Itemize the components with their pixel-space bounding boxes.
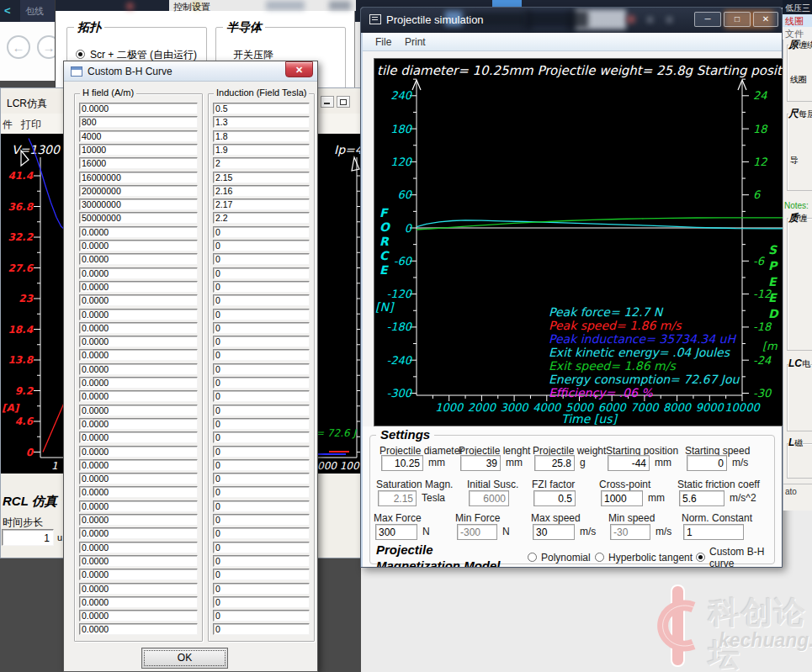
setting-input[interactable]: 6000 — [469, 490, 509, 506]
h-field-value[interactable]: 0.0000 — [79, 294, 198, 306]
projectile-title-bar[interactable]: Projectile simulation ─ □ ✕ — [361, 8, 782, 33]
h-field-value[interactable]: 20000000 — [79, 185, 198, 197]
b-field-value[interactable]: 0 — [213, 446, 310, 458]
h-field-value[interactable]: 0.0000 — [79, 322, 198, 334]
b-field-value[interactable]: 2.2 — [213, 212, 310, 224]
h-field-value[interactable]: 0.0000 — [79, 555, 198, 567]
h-field-value[interactable]: 0.0000 — [79, 583, 198, 595]
menu-file[interactable]: File — [375, 36, 391, 48]
minimize-icon[interactable]: ─ — [694, 12, 721, 27]
b-field-value[interactable]: 1.8 — [213, 130, 310, 142]
h-field-value[interactable]: 10000 — [79, 144, 198, 156]
h-field-value[interactable]: 0.0000 — [79, 542, 198, 553]
polynomial-radio-icon[interactable] — [528, 553, 537, 562]
b-field-value[interactable]: 0.5 — [213, 103, 310, 114]
h-field-value[interactable]: 0.0000 — [79, 309, 198, 320]
setting-input[interactable]: 39 — [460, 455, 501, 471]
b-field-value[interactable]: 0 — [213, 623, 310, 635]
setting-input[interactable]: 1 — [683, 524, 744, 540]
h-field-value[interactable]: 0.0000 — [79, 281, 198, 293]
setting-input[interactable]: 2.15 — [378, 490, 417, 506]
setting-input[interactable]: -30 — [610, 524, 650, 540]
chevron-left-icon[interactable]: < — [4, 4, 11, 17]
b-field-value[interactable]: 1.9 — [213, 144, 310, 156]
setting-input[interactable]: 25.8 — [534, 455, 575, 471]
b-field-value[interactable]: 0 — [213, 377, 310, 389]
maximize-icon[interactable]: □ — [724, 12, 751, 27]
h-field-value[interactable]: 0.0000 — [79, 377, 198, 389]
h-field-value[interactable]: 0.0000 — [79, 363, 198, 375]
menu-print[interactable]: Print — [405, 36, 426, 48]
h-field-value[interactable]: 0.0000 — [79, 336, 198, 347]
b-field-value[interactable]: 0 — [213, 294, 310, 306]
b-field-value[interactable]: 0 — [213, 390, 310, 402]
lcr-menu-print[interactable]: 打印 — [21, 118, 41, 132]
close-icon[interactable]: ✕ — [753, 12, 778, 27]
setting-input[interactable]: 0.5 — [533, 490, 576, 506]
timestep-input[interactable]: 1 — [2, 529, 54, 546]
close-icon[interactable]: ✕ — [285, 61, 313, 77]
custom-bh-radio-icon[interactable] — [696, 553, 705, 562]
setting-input[interactable]: 30 — [533, 524, 575, 540]
b-field-value[interactable]: 0 — [213, 253, 310, 265]
h-field-value[interactable]: 0.0000 — [79, 527, 198, 539]
b-field-value[interactable]: 0 — [213, 309, 310, 320]
b-field-value[interactable]: 0 — [213, 583, 310, 595]
b-field-value[interactable]: 2.16 — [213, 185, 310, 197]
b-field-value[interactable]: 0 — [213, 542, 310, 553]
b-field-value[interactable]: 0 — [213, 459, 310, 471]
custom-bh-radio-label[interactable]: Custom B-H curve — [709, 546, 765, 569]
b-field-value[interactable]: 0 — [213, 486, 310, 498]
b-field-value[interactable]: 0 — [213, 555, 310, 567]
b-field-value[interactable]: 0 — [213, 336, 310, 347]
h-field-value[interactable]: 30000000 — [79, 198, 198, 210]
b-field-value[interactable]: 2.17 — [213, 198, 310, 210]
h-field-value[interactable]: 0.0000 — [79, 610, 198, 622]
b-field-value[interactable]: 0 — [213, 527, 310, 539]
browser-active-tab[interactable] — [492, 0, 522, 7]
h-field-value[interactable]: 0.0000 — [79, 514, 198, 526]
b-field-value[interactable]: 0 — [213, 226, 310, 238]
bh-dialog-title-bar[interactable]: Custom B-H Curve ✕ — [64, 61, 317, 82]
h-field-value[interactable]: 0.0000 — [79, 569, 198, 580]
setting-input[interactable]: 10.25 — [381, 455, 423, 471]
h-field-value[interactable]: 0.0000 — [79, 103, 198, 114]
h-field-value[interactable]: 0.0000 — [79, 253, 198, 265]
b-field-value[interactable]: 0 — [213, 240, 310, 251]
b-field-value[interactable]: 1.3 — [213, 116, 310, 128]
h-field-value[interactable]: 16000000 — [79, 172, 198, 183]
h-field-value[interactable]: 0.0000 — [79, 623, 198, 635]
h-field-value[interactable]: 0.0000 — [79, 390, 198, 402]
b-field-value[interactable]: 0 — [213, 281, 310, 293]
setting-input[interactable]: -44 — [608, 455, 650, 471]
h-field-value[interactable]: 4000 — [79, 130, 198, 142]
h-field-value[interactable]: 0.0000 — [79, 446, 198, 458]
h-field-value[interactable]: 0.0000 — [79, 418, 198, 430]
back-arrow-icon[interactable]: ← — [7, 35, 30, 59]
b-field-value[interactable]: 0 — [213, 610, 310, 622]
b-field-value[interactable]: 0 — [213, 500, 310, 512]
hyperbolic-radio-label[interactable]: Hyperbolic tangent — [608, 552, 693, 564]
h-field-value[interactable]: 0.0000 — [79, 405, 198, 416]
h-field-value[interactable]: 800 — [79, 116, 198, 128]
h-field-value[interactable]: 0.0000 — [79, 267, 198, 279]
setting-input[interactable]: -300 — [457, 524, 497, 540]
h-field-value[interactable]: 0.0000 — [79, 226, 198, 238]
h-field-value[interactable]: 0.0000 — [79, 473, 198, 484]
minimize-icon[interactable] — [321, 96, 334, 108]
right-menu-file[interactable]: 文件 — [783, 27, 812, 40]
h-field-value[interactable]: 0.0000 — [79, 349, 198, 361]
ok-button[interactable]: OK — [141, 648, 228, 669]
setting-input[interactable]: 5.6 — [679, 490, 724, 506]
h-field-value[interactable]: 0.0000 — [79, 486, 198, 498]
lcr-menu-file[interactable]: 件 — [3, 118, 13, 132]
h-field-value[interactable]: 0.0000 — [79, 596, 198, 608]
restore-icon[interactable] — [337, 96, 350, 108]
b-field-value[interactable]: 0 — [213, 569, 310, 580]
h-field-value[interactable]: 0.0000 — [79, 431, 198, 443]
h-field-value[interactable]: 0.0000 — [79, 459, 198, 471]
hyperbolic-radio-icon[interactable] — [595, 553, 604, 562]
h-field-value[interactable]: 0.0000 — [79, 240, 198, 251]
b-field-value[interactable]: 0 — [213, 473, 310, 484]
polynomial-radio-label[interactable]: Polynomial — [541, 552, 591, 564]
